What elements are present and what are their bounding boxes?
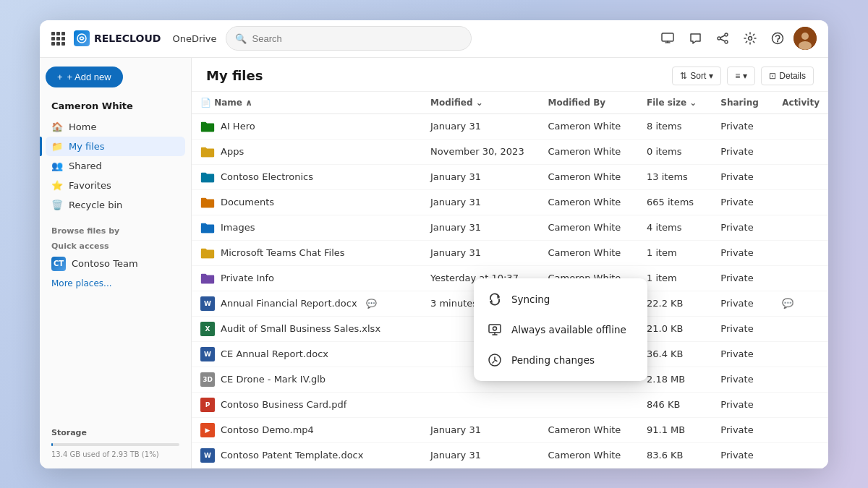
syncing-label: Syncing [511, 294, 550, 305]
svg-point-11 [493, 327, 497, 330]
sidebar-item-shared[interactable]: 👥 Shared [46, 156, 185, 176]
quick-access-contoso-team[interactable]: CT Contoso Team [46, 252, 185, 275]
file-modifiedby-cell: Cameron White [539, 417, 638, 442]
details-button[interactable]: ⊡ Details [761, 67, 814, 85]
user-avatar[interactable] [793, 27, 817, 50]
layout-chevron-icon: ▾ [743, 71, 747, 81]
page-title: My files [206, 68, 263, 83]
settings-icon[interactable] [739, 27, 762, 50]
table-row[interactable]: Documents January 31 Cameron White 665 i… [192, 189, 828, 215]
table-row[interactable]: Contoso Electronics January 31 Cameron W… [192, 164, 828, 189]
file-sharing-cell: Private [712, 164, 773, 189]
file-name-cell: AI Hero [192, 114, 422, 139]
svg-rect-1 [662, 33, 673, 41]
file-modifiedby-cell: Cameron White [539, 164, 638, 189]
file-modified-cell: November 30, 2023 [422, 139, 539, 164]
file-modified-cell [422, 392, 539, 417]
file-size-cell: 8 items [638, 114, 712, 139]
layout-button[interactable]: ≡ ▾ [727, 67, 755, 85]
sidebar-item-home[interactable]: 🏠 Home [46, 117, 185, 137]
file-name-cell: Private Info [192, 265, 422, 291]
file-name-label: Contoso Electronics [221, 171, 313, 182]
file-size-cell: 36.4 KB [638, 341, 712, 367]
search-icon: 🔍 [235, 33, 247, 44]
table-row[interactable]: Microsoft Teams Chat Files January 31 Ca… [192, 240, 828, 265]
brand-name: RELECLOUD [94, 33, 161, 44]
svg-rect-10 [489, 325, 501, 333]
file-size-cell: 665 items [638, 189, 712, 215]
file-activity-cell [773, 367, 828, 392]
sidebar-item-myfiles-label: My files [69, 141, 105, 152]
chat-icon[interactable] [684, 27, 707, 50]
contoso-team-icon: CT [51, 257, 66, 271]
file-activity-cell [773, 392, 828, 417]
content-area: My files ⇅ Sort ▾ ≡ ▾ ⊡ Details [192, 58, 828, 468]
popup-item-offline[interactable]: Always available offline [474, 314, 647, 345]
help-icon[interactable] [766, 27, 789, 50]
plus-icon: + [57, 72, 63, 82]
storage-label: Storage [46, 425, 185, 440]
file-size-cell: 21.0 KB [638, 316, 712, 341]
file-name-label: Contoso Patent Template.docx [221, 450, 363, 461]
contoso-team-label: Contoso Team [72, 258, 138, 269]
file-name-label: Images [221, 222, 255, 233]
file-modifiedby-cell: Cameron White [539, 240, 638, 265]
file-name-cell: Contoso Electronics [192, 164, 422, 189]
add-new-button[interactable]: + + Add new [46, 67, 123, 87]
file-activity-cell [773, 316, 828, 341]
file-sharing-cell: Private [712, 291, 773, 316]
table-row[interactable]: Images January 31 Cameron White 4 items … [192, 215, 828, 240]
file-sharing-cell: Private [712, 367, 773, 392]
file-sharing-cell: Private [712, 442, 773, 468]
table-row[interactable]: W Contoso Patent Template.docx January 3… [192, 442, 828, 468]
file-sharing-cell: Private [712, 417, 773, 442]
file-modified-cell: January 31 [422, 240, 539, 265]
col-header-filesize[interactable]: File size ⌄ [638, 92, 712, 114]
file-name-cell: X Audit of Small Business Sales.xlsx [192, 316, 422, 341]
product-name: OneDrive [172, 33, 216, 44]
file-activity-cell [773, 164, 828, 189]
home-icon: 🏠 [51, 121, 63, 132]
popup-item-syncing[interactable]: Syncing [474, 284, 647, 314]
file-size-cell: 1 item [638, 240, 712, 265]
header-actions: ⇅ Sort ▾ ≡ ▾ ⊡ Details [672, 67, 814, 85]
monitor-icon[interactable] [656, 27, 679, 50]
col-header-name[interactable]: 📄 Name ∧ [192, 92, 422, 114]
sidebar-item-recyclebin[interactable]: 🗑️ Recycle bin [46, 195, 185, 215]
share-icon[interactable] [711, 27, 734, 50]
popup-item-pending[interactable]: Pending changes [474, 345, 647, 375]
table-row[interactable]: AI Hero January 31 Cameron White 8 items… [192, 114, 828, 139]
file-name-cell: W CE Annual Report.docx [192, 341, 422, 367]
mp4-icon: ▶ [200, 423, 215, 437]
filesize-sort-icon: ⌄ [689, 98, 697, 108]
sidebar-item-recyclebin-label: Recycle bin [69, 200, 122, 210]
search-bar[interactable]: 🔍 [226, 26, 472, 51]
col-header-modified[interactable]: Modified ⌄ [422, 92, 539, 114]
offline-icon [487, 322, 503, 338]
table-row[interactable]: P Contoso Business Card.pdf 846 KB Priva… [192, 392, 828, 417]
file-size-cell: 13 items [638, 164, 712, 189]
table-row[interactable]: Apps November 30, 2023 Cameron White 0 i… [192, 139, 828, 164]
file-sharing-cell: Private [712, 215, 773, 240]
sidebar-item-myfiles[interactable]: 📁 My files [46, 137, 185, 156]
sort-button[interactable]: ⇅ Sort ▾ [672, 67, 721, 85]
svg-point-3 [718, 37, 720, 40]
pdf-icon: P [200, 398, 215, 412]
file-activity-cell [773, 341, 828, 367]
file-name-label: Contoso Demo.mp4 [221, 424, 314, 435]
table-row[interactable]: ▶ Contoso Demo.mp4 January 31 Cameron Wh… [192, 417, 828, 442]
file-name-cell: P Contoso Business Card.pdf [192, 392, 422, 417]
file-activity-cell [773, 139, 828, 164]
file-size-cell: 0 items [638, 139, 712, 164]
apps-grid-icon[interactable] [51, 32, 65, 46]
col-header-sharing[interactable]: Sharing [712, 92, 773, 114]
file-modifiedby-cell: Cameron White [539, 215, 638, 240]
modified-sort-icon: ⌄ [476, 98, 483, 108]
search-input[interactable] [252, 33, 462, 44]
more-places-link[interactable]: More places... [46, 275, 185, 291]
sidebar-item-favorites[interactable]: ⭐ Favorites [46, 176, 185, 195]
file-sharing-cell: Private [712, 265, 773, 291]
col-header-modifiedby[interactable]: Modified By [539, 92, 638, 114]
col-header-activity[interactable]: Activity [773, 92, 828, 114]
favorites-icon: ⭐ [51, 180, 63, 191]
